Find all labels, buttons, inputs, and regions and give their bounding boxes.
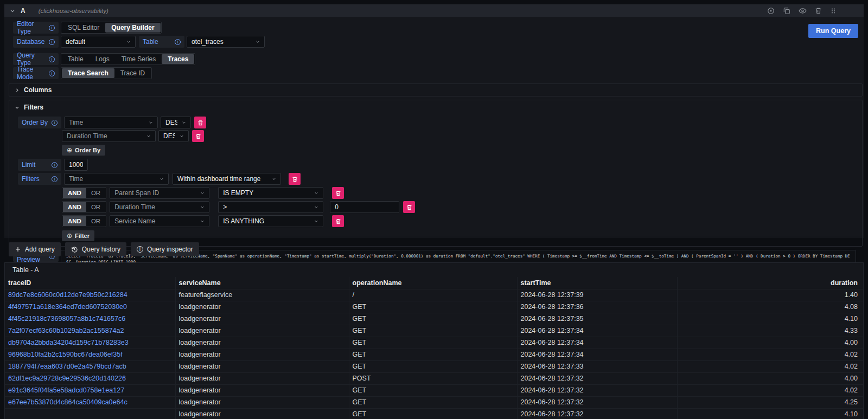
start-time-cell: 2024-06-28 12:37:32	[517, 372, 677, 384]
filter-or-option[interactable]: OR	[86, 188, 105, 198]
filter-field-select[interactable]: Parent Span ID	[110, 187, 209, 199]
table-select[interactable]: otel_traces	[187, 36, 265, 48]
plus-circle-icon: ⊕	[67, 146, 72, 154]
query-type-traces[interactable]: Traces	[162, 54, 194, 64]
filter-operator-select[interactable]: Within dashboard time range	[173, 173, 281, 185]
trace-id-link[interactable]: 62df1ec9a29728c9e29536c20d140226	[8, 375, 126, 382]
columns-section-header[interactable]: Columns	[9, 84, 862, 96]
trash-icon[interactable]	[815, 7, 822, 14]
database-select[interactable]: default	[61, 36, 136, 48]
history-icon	[71, 246, 78, 253]
collapse-chevron-icon[interactable]	[10, 8, 15, 14]
info-icon[interactable]: i	[52, 162, 58, 168]
filter-operator-select[interactable]: >	[218, 201, 323, 213]
trace-id-link[interactable]: 4f497571a618e364ed7ded60752030e0	[5, 301, 175, 313]
add-order-by-button[interactable]: ⊕ Order By	[62, 145, 105, 156]
filter-field-select[interactable]: Service Name	[110, 215, 209, 227]
order-by-direction-select[interactable]: DESC	[161, 117, 191, 128]
trace-id-link[interactable]: 96968b10fa2b2c1590bc67dea06ef35f	[5, 349, 175, 360]
order-by-direction-select[interactable]: DESC	[158, 130, 189, 142]
remove-filter-button[interactable]	[332, 187, 344, 199]
service-name-cell: loadgenerator	[175, 360, 349, 372]
filter-and-option[interactable]: AND	[63, 216, 86, 226]
order-by-field-select[interactable]: Time	[64, 117, 158, 128]
column-header-traceid[interactable]: traceID	[5, 277, 175, 289]
trace-id-link[interactable]: e67ee7b53870d4c864ca50409ca0e64c	[5, 396, 175, 408]
column-header-servicename[interactable]: serviceName	[175, 277, 349, 289]
trace-id-link[interactable]: 4f497571a618e364ed7ded60752030e0	[8, 303, 127, 311]
info-icon[interactable]: i	[49, 56, 55, 62]
column-header-duration[interactable]: duration	[677, 277, 863, 289]
filter-or-option[interactable]: OR	[86, 202, 105, 212]
filter-or-option[interactable]: OR	[86, 216, 105, 226]
chevron-down-icon	[180, 134, 184, 138]
remove-filter-button[interactable]	[289, 173, 301, 185]
filters-section-header[interactable]: Filters	[9, 100, 862, 112]
trace-id-link[interactable]	[5, 408, 175, 419]
remove-order-by-button[interactable]	[192, 130, 204, 142]
filter-and-option[interactable]: AND	[63, 202, 86, 212]
circle-dot-icon[interactable]	[767, 7, 775, 15]
query-row-header[interactable]: A (clickhouse-observability)	[4, 4, 864, 17]
trace-id-link[interactable]: e91c3645f04fa5e58adcd0758e1ea127	[5, 384, 175, 396]
trace-id-link[interactable]: 1887794f7eaa6037d0e2a4579bcd7acb	[5, 360, 175, 372]
query-inspector-button[interactable]: i Query inspector	[131, 242, 199, 256]
remove-order-by-button[interactable]	[194, 117, 206, 128]
filters-label: Filters i	[18, 173, 61, 185]
trace-id-link[interactable]: 7a2f07ecf63c60b1029ab2ac155874a2	[5, 325, 175, 337]
trace-id-link[interactable]: 89dc7e8c6060c0d12de7e9b50c216284	[8, 291, 127, 299]
trace-id-link[interactable]: 89dc7e8c6060c0d12de7e9b50c216284	[5, 289, 175, 301]
query-type-time-series[interactable]: Time Series	[116, 54, 162, 64]
column-header-starttime[interactable]: startTime	[517, 277, 677, 289]
drag-handle-icon[interactable]	[830, 7, 837, 15]
filter-operator-select[interactable]: IS ANYTHING	[218, 215, 323, 227]
trace-id-link[interactable]: db9704a2bbda34204d159c71b78283e3	[5, 337, 175, 349]
trace-id-link[interactable]: db9704a2bbda34204d159c71b78283e3	[8, 339, 129, 346]
table-row: 7a2f07ecf63c60b1029ab2ac155874a2loadgene…	[5, 325, 863, 337]
trace-mode-trace-id[interactable]: Trace ID	[114, 68, 151, 78]
info-icon[interactable]: i	[49, 25, 55, 31]
remove-filter-button[interactable]	[403, 201, 415, 213]
chevron-down-icon	[314, 191, 318, 195]
info-icon[interactable]: i	[52, 176, 58, 182]
query-footer: Add query Query history i Query inspecto…	[9, 242, 199, 256]
trace-id-link[interactable]: 62df1ec9a29728c9e29536c20d140226	[5, 372, 175, 384]
trace-id-link[interactable]: 96968b10fa2b2c1590bc67dea06ef35f	[8, 351, 123, 358]
eye-icon[interactable]	[799, 7, 807, 15]
limit-input[interactable]	[64, 159, 88, 171]
add-query-button[interactable]: Add query	[9, 242, 61, 256]
trace-id-link[interactable]: e91c3645f04fa5e58adcd0758e1ea127	[8, 386, 124, 394]
info-icon[interactable]: i	[175, 39, 181, 45]
trace-id-link[interactable]: e67ee7b53870d4c864ca50409ca0e64c	[8, 398, 127, 406]
info-icon[interactable]: i	[52, 120, 58, 126]
chevron-down-icon	[200, 219, 205, 223]
trace-id-link[interactable]: 1887794f7eaa6037d0e2a4579bcd7acb	[8, 363, 126, 370]
chevron-right-icon	[15, 88, 20, 93]
trace-id-link[interactable]: 4f45c21918c73698057a8b1c741657c6	[5, 313, 175, 325]
info-icon[interactable]: i	[49, 70, 55, 76]
query-history-button[interactable]: Query history	[65, 242, 126, 256]
add-filter-button[interactable]: ⊕ Filter	[62, 230, 94, 241]
query-type-logs[interactable]: Logs	[90, 54, 116, 64]
filter-and-option[interactable]: AND	[63, 188, 86, 198]
filter-conjunction-group: AND OR	[62, 187, 106, 199]
table-header-row: traceID serviceName operationName startT…	[5, 277, 863, 289]
filter-field-select[interactable]: Time	[64, 173, 169, 185]
order-by-field-select[interactable]: Duration Time	[62, 130, 156, 142]
info-icon[interactable]: i	[49, 39, 55, 45]
editor-type-query-builder[interactable]: Query Builder	[105, 23, 160, 33]
query-type-table[interactable]: Table	[62, 54, 90, 64]
trace-id-link[interactable]: 4f45c21918c73698057a8b1c741657c6	[8, 315, 125, 323]
service-name-cell: loadgenerator	[175, 372, 349, 384]
filters-section: Filters Order By i Time	[9, 100, 863, 247]
filter-operator-select[interactable]: IS EMPTY	[218, 187, 323, 199]
filter-value-input[interactable]	[330, 201, 399, 213]
filter-field-select[interactable]: Duration Time	[110, 201, 209, 213]
remove-filter-button[interactable]	[332, 215, 344, 227]
trace-mode-trace-search[interactable]: Trace Search	[62, 68, 114, 78]
duplicate-icon[interactable]	[783, 7, 790, 15]
column-header-operationname[interactable]: operationName	[349, 277, 517, 289]
editor-type-sql-editor[interactable]: SQL Editor	[62, 23, 105, 33]
start-time-cell: 2024-06-28 12:37:34	[517, 325, 677, 337]
trace-id-link[interactable]: 7a2f07ecf63c60b1029ab2ac155874a2	[8, 327, 124, 334]
